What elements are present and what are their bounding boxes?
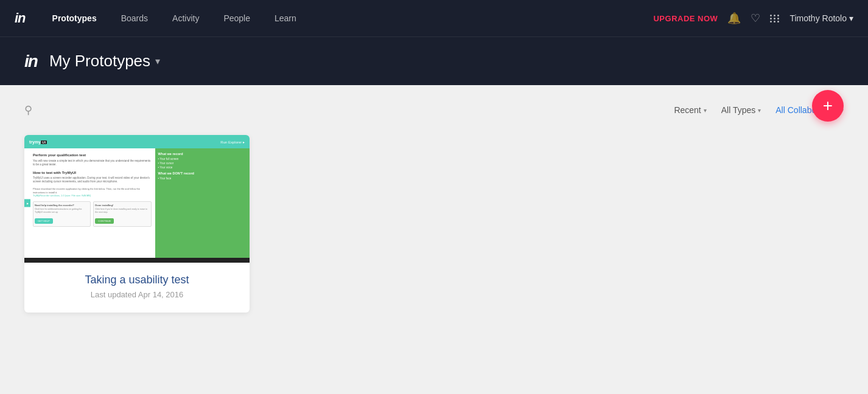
- nav-links: Prototypes Boards Activity People Learn: [40, 0, 309, 36]
- recent-label: Recent: [674, 105, 701, 115]
- page-title: My Prototypes ▾: [49, 52, 160, 71]
- thumb-bottom-bar: [24, 258, 250, 263]
- plus-icon: +: [823, 97, 833, 114]
- recent-chevron: ▾: [704, 107, 707, 114]
- thumb-nav: Run Explorer ▸: [220, 140, 245, 144]
- all-types-filter[interactable]: All Types ▾: [721, 105, 761, 115]
- grid-icon[interactable]: [770, 15, 780, 22]
- bell-icon[interactable]: 🔔: [727, 12, 741, 25]
- nav-link-prototypes[interactable]: Prototypes: [40, 0, 109, 36]
- nav-logo: in: [15, 10, 26, 26]
- top-nav: in Prototypes Boards Activity People Lea…: [0, 0, 868, 36]
- sub-header: in My Prototypes ▾: [0, 36, 868, 85]
- card-info: Taking a usability test Last updated Apr…: [24, 263, 250, 313]
- nav-link-activity[interactable]: Activity: [160, 0, 211, 36]
- upgrade-button[interactable]: UPGRADE NOW: [653, 14, 718, 23]
- search-container: ⚲: [24, 103, 32, 117]
- thumb-side-tab: ▶: [24, 199, 30, 207]
- create-fab[interactable]: +: [812, 90, 844, 122]
- thumb-logo: trymyUI: [29, 140, 47, 144]
- nav-link-people[interactable]: People: [211, 0, 262, 36]
- thumb-top-bar: trymyUI Run Explorer ▸: [24, 135, 250, 148]
- cards-grid: trymyUI Run Explorer ▸ ▶ Perform your qu…: [24, 135, 844, 313]
- thumb-right: What we record Your full screen Your cur…: [155, 148, 250, 258]
- card-title: Taking a usability test: [37, 274, 237, 286]
- user-name: Timothy Rotolo: [789, 13, 847, 23]
- card-thumbnail: trymyUI Run Explorer ▸ ▶ Perform your qu…: [24, 135, 250, 263]
- user-chevron: ▾: [849, 13, 853, 23]
- recent-filter[interactable]: Recent ▾: [674, 105, 706, 115]
- main-content: ⚲ Recent ▾ All Types ▾ All Collaborators…: [0, 85, 868, 359]
- brand-logo: in: [24, 52, 37, 71]
- nav-link-learn[interactable]: Learn: [262, 0, 309, 36]
- nav-link-boards[interactable]: Boards: [109, 0, 160, 36]
- search-icon[interactable]: ⚲: [24, 103, 32, 117]
- toolbar: ⚲ Recent ▾ All Types ▾ All Collaborators…: [24, 103, 844, 117]
- page-title-chevron[interactable]: ▾: [155, 55, 160, 67]
- all-types-label: All Types: [721, 105, 756, 115]
- heart-icon[interactable]: ♡: [751, 12, 760, 25]
- prototype-card[interactable]: trymyUI Run Explorer ▸ ▶ Perform your qu…: [24, 135, 250, 313]
- all-types-chevron: ▾: [758, 107, 761, 114]
- thumb-left: Perform your qualification test You will…: [24, 148, 155, 258]
- user-menu[interactable]: Timothy Rotolo ▾: [789, 13, 853, 23]
- nav-right: UPGRADE NOW 🔔 ♡ Timothy Rotolo ▾: [653, 12, 853, 25]
- card-date: Last updated Apr 14, 2016: [37, 290, 237, 299]
